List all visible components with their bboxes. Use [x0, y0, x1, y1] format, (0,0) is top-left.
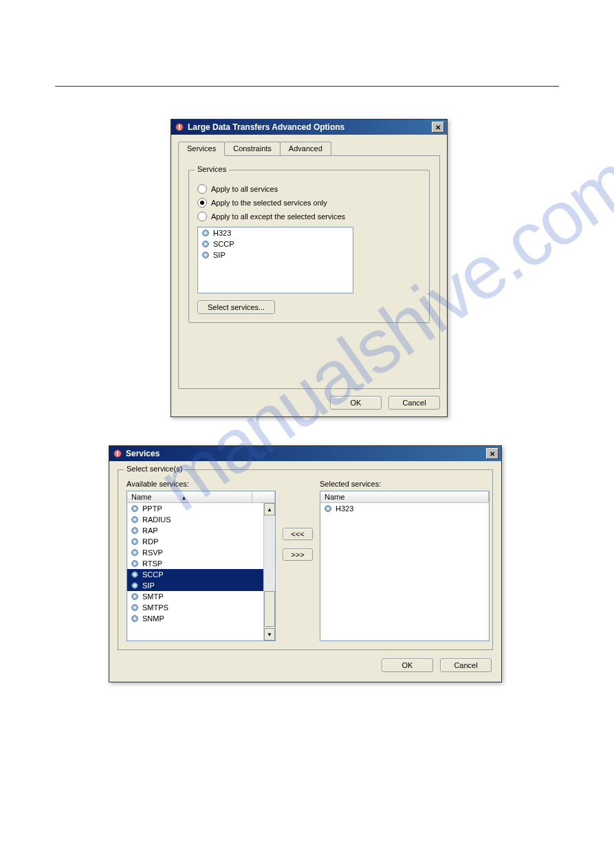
list-item[interactable]: H323 [320, 503, 489, 514]
dialog-buttons: OK Cancel [119, 658, 492, 672]
gear-icon [130, 537, 140, 546]
list-item[interactable]: SNMP [127, 613, 275, 624]
list-item-label: PPTP [142, 504, 162, 513]
scroll-up-icon[interactable]: ▲ [264, 503, 275, 515]
close-icon[interactable]: ✕ [432, 122, 444, 133]
tab-advanced[interactable]: Advanced [280, 142, 331, 155]
list-item[interactable]: SIP [198, 249, 353, 260]
list-item[interactable]: RDP [127, 536, 275, 547]
radio-icon [197, 198, 207, 208]
gear-icon [130, 559, 140, 568]
name-column-header[interactable]: Name [320, 491, 489, 502]
list-item-label: RSVP [142, 548, 163, 557]
list-header[interactable]: Name [320, 491, 489, 503]
close-icon[interactable]: ✕ [486, 448, 498, 459]
titlebar[interactable]: Services ✕ [109, 446, 501, 461]
list-item-label: SMTP [142, 592, 164, 601]
list-item[interactable]: PPTP [127, 503, 275, 514]
tab-label: Services [187, 144, 216, 153]
ok-button[interactable]: OK [330, 396, 382, 410]
gear-icon [201, 250, 210, 260]
name-column-header[interactable]: Name ▲ [127, 491, 252, 502]
svg-point-29 [133, 595, 136, 598]
list-body[interactable]: H323 [320, 503, 489, 641]
remove-button[interactable]: <<< [283, 528, 313, 540]
svg-point-19 [133, 540, 136, 543]
svg-rect-1 [179, 125, 180, 128]
select-services-groupbox: Select service(s) Available services: Na… [118, 469, 493, 650]
gear-icon [130, 548, 140, 557]
list-item-label: SMTPS [142, 603, 168, 612]
svg-point-6 [204, 243, 207, 245]
gear-icon [130, 515, 140, 524]
ok-button[interactable]: OK [382, 658, 433, 672]
radio-apply-all[interactable]: Apply to all services [197, 184, 421, 194]
advanced-options-dialog: Large Data Transfers Advanced Options ✕ … [171, 119, 448, 417]
list-item[interactable]: RSVP [127, 547, 275, 558]
svg-point-35 [327, 507, 329, 510]
list-item-label: H323 [213, 229, 231, 237]
radio-icon [197, 212, 207, 221]
list-item[interactable]: RAP [127, 525, 275, 536]
list-item-label: H323 [336, 504, 353, 513]
svg-point-13 [133, 507, 136, 510]
services-dialog: Services ✕ Select service(s) Available s… [109, 445, 502, 682]
list-item-label: RTSP [142, 559, 162, 568]
gear-icon [323, 504, 333, 513]
list-item[interactable]: SCCP [127, 569, 275, 580]
radio-label: Apply to all services [211, 185, 278, 193]
list-item-label: RADIUS [142, 515, 171, 524]
empty-column-header[interactable] [252, 491, 275, 502]
svg-point-33 [133, 617, 136, 620]
list-header[interactable]: Name ▲ [127, 491, 275, 503]
radio-apply-except[interactable]: Apply to all except the selected service… [197, 212, 421, 221]
tab-label: Advanced [289, 144, 322, 153]
svg-point-4 [204, 232, 207, 234]
list-item-label: RDP [142, 537, 158, 546]
selected-column: Selected services: Name H323 [320, 480, 490, 641]
selected-listview[interactable]: Name H323 [320, 491, 490, 641]
list-item[interactable]: H323 [198, 227, 353, 238]
svg-point-27 [133, 584, 136, 587]
list-item[interactable]: RTSP [127, 558, 275, 569]
svg-point-21 [133, 551, 136, 554]
add-button[interactable]: >>> [283, 548, 313, 561]
gear-icon [130, 614, 140, 623]
list-item[interactable]: SMTP [127, 591, 275, 602]
scroll-thumb[interactable] [264, 591, 275, 627]
scroll-down-icon[interactable]: ▼ [264, 628, 275, 641]
radio-apply-selected[interactable]: Apply to the selected services only [197, 198, 421, 208]
tab-label: Constraints [233, 144, 272, 153]
list-item-label: SIP [213, 251, 226, 259]
list-item-label: SIP [142, 581, 155, 590]
scrollbar[interactable]: ▲ ▼ [263, 503, 275, 641]
groupbox-legend: Select service(s) [124, 465, 185, 473]
tab-constraints[interactable]: Constraints [224, 142, 281, 155]
cancel-button[interactable]: Cancel [388, 396, 440, 410]
titlebar[interactable]: Large Data Transfers Advanced Options ✕ [171, 120, 447, 135]
list-item-label: RAP [142, 526, 158, 535]
select-services-button[interactable]: Select services... [197, 300, 275, 314]
app-icon [112, 448, 123, 459]
list-item[interactable]: SCCP [198, 238, 353, 249]
list-item-label: SCCP [213, 240, 234, 248]
svg-rect-2 [179, 129, 180, 130]
svg-point-15 [133, 518, 136, 521]
list-body[interactable]: PPTPRADIUSRAPRDPRSVPRTSPSCCPSIPSMTPSMTPS… [127, 503, 275, 641]
dialog-title: Large Data Transfers Advanced Options [188, 122, 429, 132]
svg-rect-11 [117, 455, 118, 456]
cancel-button[interactable]: Cancel [440, 658, 492, 672]
available-listview[interactable]: Name ▲ PPTPRADIUSRAPRDPRSVPRTSPSCCPSIPSM… [127, 491, 276, 641]
scroll-track[interactable] [264, 515, 275, 628]
services-listbox[interactable]: H323 SCCP SIP [197, 227, 353, 293]
list-item[interactable]: RADIUS [127, 514, 275, 525]
header-label: Name [325, 493, 344, 501]
list-item[interactable]: SMTPS [127, 602, 275, 613]
svg-point-31 [133, 606, 136, 609]
gear-icon [130, 526, 140, 535]
services-groupbox: Services Apply to all services Apply to … [188, 170, 430, 323]
list-item[interactable]: SIP [127, 580, 275, 591]
groupbox-legend: Services [195, 165, 229, 173]
tab-services[interactable]: Services [178, 142, 225, 156]
svg-rect-10 [117, 452, 118, 454]
